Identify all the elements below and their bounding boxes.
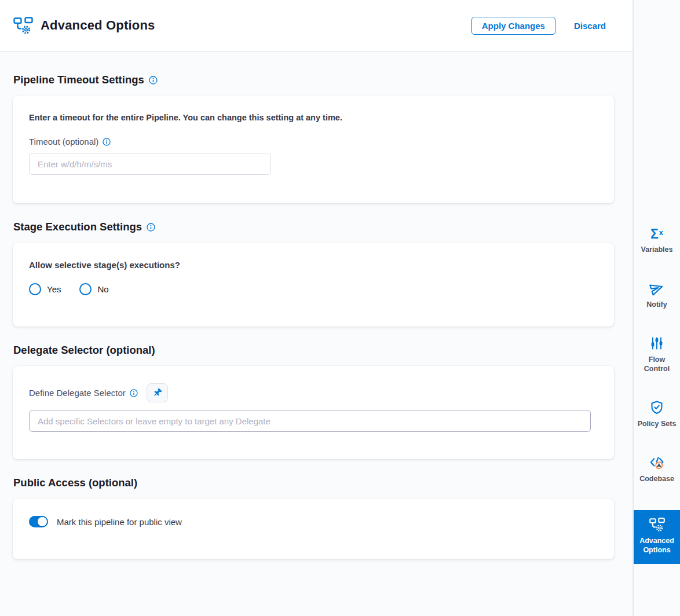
timeout-field-label: Timeout (optional) xyxy=(29,137,598,146)
timeout-description: Enter a timeout for the entire Pipeline.… xyxy=(29,113,598,122)
stage-execution-card: Allow selective stage(s) executions? Yes… xyxy=(13,243,614,327)
sidebar-item-notify[interactable]: Notify xyxy=(634,281,680,309)
header-actions: Apply Changes Discard xyxy=(471,17,606,35)
apply-changes-button[interactable]: Apply Changes xyxy=(471,17,555,35)
info-icon[interactable] xyxy=(103,138,111,146)
section-heading-delegate: Delegate Selector (optional) xyxy=(13,344,614,357)
page-title: Advanced Options xyxy=(41,18,155,33)
main-panel: Advanced Options Apply Changes Discard P… xyxy=(0,0,633,616)
radio-circle[interactable] xyxy=(29,283,41,295)
sidebar-item-flow-control[interactable]: Flow Control xyxy=(634,336,680,373)
section-heading-timeout: Pipeline Timeout Settings xyxy=(13,74,614,86)
delegate-selector-input[interactable] xyxy=(29,410,591,432)
delegate-field-label: Define Delegate Selector xyxy=(29,388,138,398)
section-heading-public-access: Public Access (optional) xyxy=(13,476,614,489)
right-sidebar: Σx Variables Notify Flow Control xyxy=(633,0,680,616)
sigma-x-icon: Σx xyxy=(650,226,663,241)
pin-button[interactable] xyxy=(147,383,168,402)
timeout-card: Enter a timeout for the entire Pipeline.… xyxy=(13,96,614,203)
sliders-icon xyxy=(649,336,664,351)
radio-option-no[interactable]: No xyxy=(79,283,108,295)
info-icon[interactable] xyxy=(149,76,158,85)
settings-content: Pipeline Timeout Settings Enter a timeou… xyxy=(0,74,633,559)
public-view-toggle-label: Mark this pipeline for public view xyxy=(57,517,182,527)
toggle-knob xyxy=(38,517,47,526)
public-view-toggle-row: Mark this pipeline for public view xyxy=(29,516,598,527)
delegate-card: Define Delegate Selector xyxy=(13,366,614,459)
paper-plane-icon xyxy=(649,281,664,296)
public-view-toggle[interactable] xyxy=(29,516,48,527)
selective-execution-question: Allow selective stage(s) executions? xyxy=(29,260,598,270)
sidebar-item-policy-sets[interactable]: Policy Sets xyxy=(634,400,680,428)
selective-execution-radio-group: Yes No xyxy=(29,283,598,295)
radio-option-yes[interactable]: Yes xyxy=(29,283,61,295)
sidebar-item-variables[interactable]: Σx Variables xyxy=(634,226,680,254)
sidebar-item-codebase[interactable]: Codebase xyxy=(634,455,680,483)
info-icon[interactable] xyxy=(130,389,138,397)
section-heading-stage-execution: Stage Execution Settings xyxy=(13,221,614,233)
sidebar-item-advanced-options[interactable]: Advanced Options xyxy=(634,510,680,564)
shield-check-icon xyxy=(649,400,664,415)
pin-icon xyxy=(152,388,162,398)
public-access-card: Mark this pipeline for public view xyxy=(13,498,614,559)
timeout-input[interactable] xyxy=(29,153,271,175)
discard-button[interactable]: Discard xyxy=(574,21,606,31)
pipeline-gear-icon xyxy=(649,518,665,532)
pipeline-gear-icon xyxy=(13,17,33,35)
info-icon[interactable] xyxy=(147,223,155,232)
code-warning-icon xyxy=(649,455,664,470)
radio-circle[interactable] xyxy=(79,283,92,295)
header: Advanced Options Apply Changes Discard xyxy=(0,0,633,52)
delegate-label-row: Define Delegate Selector xyxy=(29,383,598,402)
